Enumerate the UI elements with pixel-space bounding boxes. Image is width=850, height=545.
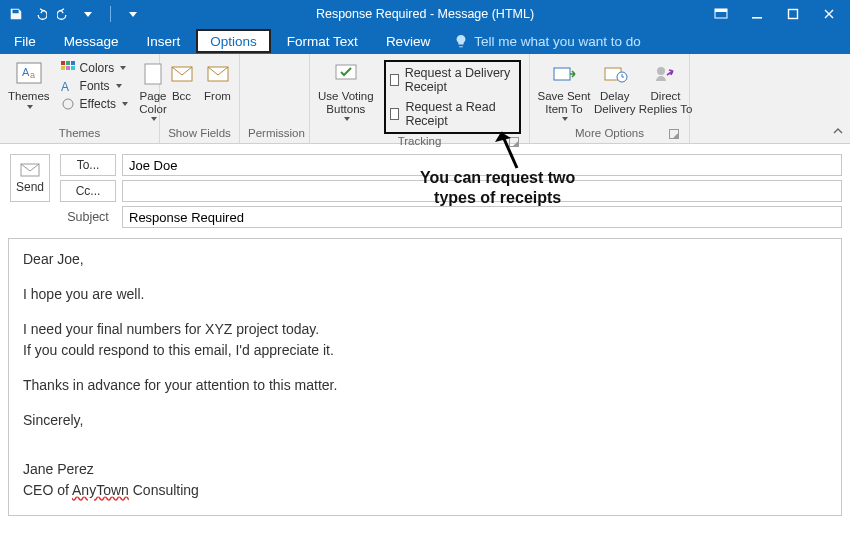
subject-field[interactable]	[122, 206, 842, 228]
send-icon	[20, 162, 40, 178]
effects-label: Effects	[80, 97, 116, 111]
chevron-down-icon	[116, 84, 122, 88]
effects-icon	[60, 96, 76, 112]
group-label: More Options	[538, 126, 681, 141]
delay-delivery-label: Delay Delivery	[594, 90, 636, 115]
group-show-fields: Bcc From Show Fields	[160, 54, 240, 143]
cc-button[interactable]: Cc...	[60, 180, 116, 202]
effects-button[interactable]: Effects	[60, 96, 128, 112]
chevron-down-icon	[120, 66, 126, 70]
delivery-receipt-checkbox[interactable]: Request a Delivery Receipt	[390, 66, 511, 94]
read-receipt-label: Request a Read Receipt	[405, 100, 511, 128]
svg-rect-3	[789, 10, 798, 19]
tab-insert[interactable]: Insert	[133, 28, 195, 54]
svg-rect-7	[61, 61, 65, 65]
redo-icon[interactable]	[56, 6, 72, 22]
voting-icon	[331, 60, 361, 88]
svg-point-22	[657, 67, 665, 75]
svg-rect-1	[715, 9, 727, 12]
dialog-launcher-icon[interactable]	[669, 129, 679, 139]
maximize-icon[interactable]	[786, 7, 800, 21]
delay-delivery-button[interactable]: Delay Delivery	[594, 58, 636, 115]
svg-rect-2	[752, 17, 762, 19]
delivery-receipt-label: Request a Delivery Receipt	[405, 66, 511, 94]
cc-field[interactable]	[122, 180, 842, 202]
colors-button[interactable]: Colors	[60, 60, 128, 76]
bcc-label: Bcc	[172, 90, 191, 103]
to-button[interactable]: To...	[60, 154, 116, 176]
from-icon	[203, 60, 233, 88]
chevron-down-icon[interactable]	[125, 6, 141, 22]
group-permission: Permission	[240, 54, 310, 143]
svg-rect-8	[66, 61, 70, 65]
direct-replies-to-button[interactable]: Direct Replies To	[640, 58, 692, 115]
body-greeting: Dear Joe,	[23, 249, 827, 270]
tell-me-label: Tell me what you want to do	[474, 34, 641, 49]
group-label: Permission	[248, 126, 301, 141]
close-icon[interactable]	[822, 7, 836, 21]
address-area: Send To... Cc... Subject	[0, 144, 850, 232]
use-voting-buttons[interactable]: Use Voting Buttons	[318, 58, 374, 121]
tab-review[interactable]: Review	[372, 28, 444, 54]
chevron-down-icon[interactable]	[80, 6, 96, 22]
group-tracking: Use Voting Buttons Request a Delivery Re…	[310, 54, 530, 143]
undo-icon[interactable]	[32, 6, 48, 22]
themes-label: Themes	[8, 90, 50, 103]
svg-text:a: a	[30, 70, 35, 80]
tab-options[interactable]: Options	[196, 29, 271, 53]
bcc-button[interactable]: Bcc	[167, 58, 197, 103]
quick-access-toolbar	[0, 6, 141, 22]
svg-rect-9	[71, 61, 75, 65]
separator	[110, 6, 111, 22]
tab-file[interactable]: File	[0, 28, 50, 54]
collapse-ribbon-icon[interactable]	[832, 125, 844, 137]
tab-message[interactable]: Message	[50, 28, 133, 54]
direct-replies-label: Direct Replies To	[639, 90, 693, 115]
to-field[interactable]	[122, 154, 842, 176]
ribbon: Aa Themes Colors A Fonts Effects	[0, 54, 850, 144]
svg-point-14	[63, 99, 73, 109]
delay-delivery-icon	[600, 60, 630, 88]
message-body[interactable]: Dear Joe, I hope you are well. I need yo…	[8, 238, 842, 516]
fonts-button[interactable]: A Fonts	[60, 78, 128, 94]
save-icon[interactable]	[8, 6, 24, 22]
window-controls	[714, 7, 850, 21]
lightbulb-icon	[454, 34, 468, 48]
from-button[interactable]: From	[203, 58, 233, 103]
send-button[interactable]: Send	[10, 154, 50, 202]
signature-title: CEO of AnyTown Consulting	[23, 480, 827, 501]
save-sent-label: Save Sent Item To	[537, 90, 590, 115]
chevron-down-icon	[122, 102, 128, 106]
body-line: If you could respond to this email, I'd …	[23, 340, 827, 361]
body-closing: Sincerely,	[23, 410, 827, 431]
save-sent-icon	[549, 60, 579, 88]
title-bar: Response Required - Message (HTML)	[0, 0, 850, 28]
save-sent-item-to-button[interactable]: Save Sent Item To	[538, 58, 590, 121]
minimize-icon[interactable]	[750, 7, 764, 21]
read-receipt-checkbox[interactable]: Request a Read Receipt	[390, 100, 511, 128]
chevron-down-icon	[344, 117, 350, 121]
checkbox-icon	[390, 74, 399, 86]
themes-icon: Aa	[14, 60, 44, 88]
tab-format-text[interactable]: Format Text	[273, 28, 372, 54]
themes-button[interactable]: Aa Themes	[8, 58, 50, 109]
direct-replies-icon	[651, 60, 681, 88]
chevron-down-icon	[562, 117, 568, 121]
tell-me[interactable]: Tell me what you want to do	[444, 28, 641, 54]
body-line: Thanks in advance for your attention to …	[23, 375, 827, 396]
ribbon-tabs: File Message Insert Options Format Text …	[0, 28, 850, 54]
from-label: From	[204, 90, 231, 103]
ribbon-display-options-icon[interactable]	[714, 7, 728, 21]
colors-label: Colors	[80, 61, 115, 75]
dialog-launcher-icon[interactable]	[509, 137, 519, 147]
signature-name: Jane Perez	[23, 459, 827, 480]
spellcheck-flagged: AnyTown	[72, 482, 129, 498]
svg-rect-10	[61, 66, 65, 70]
body-line: I hope you are well.	[23, 284, 827, 305]
svg-text:A: A	[61, 80, 69, 93]
svg-rect-11	[66, 66, 70, 70]
bcc-icon	[167, 60, 197, 88]
group-label: Tracking	[318, 134, 521, 149]
group-label: Show Fields	[168, 126, 231, 141]
svg-rect-15	[145, 64, 161, 84]
